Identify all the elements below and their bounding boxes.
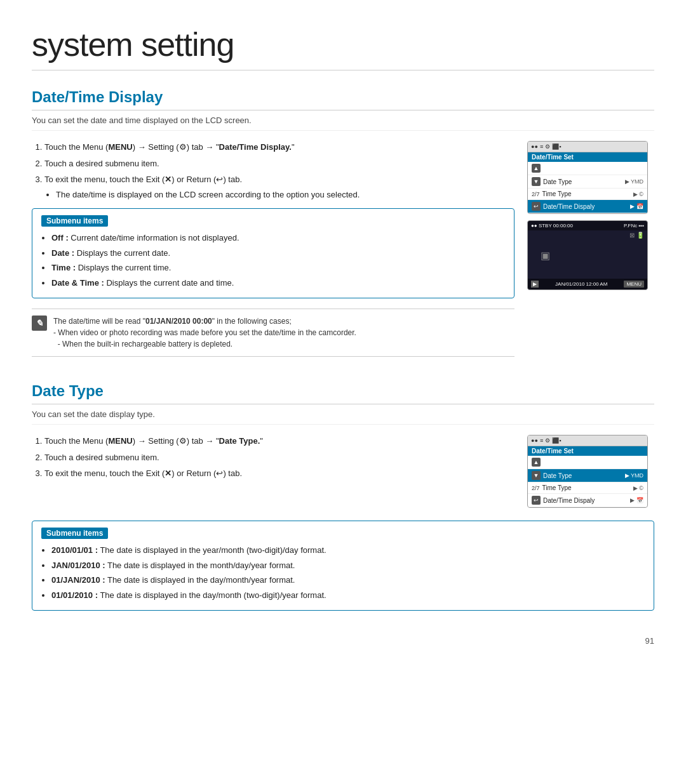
section2-instructions: Touch the Menu (MENU) → Setting (⚙) tab …: [32, 435, 514, 488]
icon-battery-2: ⬛▪: [552, 437, 561, 444]
camera-preview-1: ●● STBY 00:00:00 P.FNc ▪▪▪ ⊠ 🔋 ▣ ▶ JAN/0…: [527, 220, 648, 290]
dtdisplay-value: ▶ 📅: [630, 203, 643, 209]
submenu-box-1: Submenu items Off : Current date/time in…: [32, 208, 514, 298]
row-left-dtdisplay: ↩ Date/Time Dispaly: [532, 202, 595, 211]
step-3: To exit the menu, touch the Exit (✕) or …: [44, 173, 514, 201]
submenu-item-dmy2: 01/01/2010 : The date is displayed in th…: [51, 589, 645, 602]
section1-content: Touch the Menu (MENU) → Setting (⚙) tab …: [32, 141, 654, 357]
section2-steps: Touch the Menu (MENU) → Setting (⚙) tab …: [44, 435, 514, 480]
menu-header-icons-2: ●● ≡ ⚙ ⬛▪: [531, 437, 561, 444]
note-box-1: ✎ The date/time will be read "01/JAN/201…: [32, 309, 514, 357]
icon-gear: ⚙: [545, 143, 550, 150]
preview-status: ●● STBY 00:00:00: [531, 223, 573, 229]
s2-exit-icon: ✕: [165, 468, 172, 478]
s2-datetype-value: ▶ YMD: [625, 472, 643, 479]
submenu-list-2: 2010/01/01 : The date is displayed in th…: [51, 544, 645, 601]
step3-bullets: The date/time is displayed on the LCD sc…: [56, 189, 514, 201]
s2-nav-back-arrow: ↩: [532, 496, 541, 505]
menu-row-timetype: 2/7 Time Type ▶ ©: [528, 189, 647, 200]
screenshot-area-2: ●● ≡ ⚙ ⬛▪ Date/Time Set ▲ ▼ Date Type: [527, 435, 654, 508]
s2-step-3: To exit the menu, touch the Exit (✕) or …: [44, 467, 514, 480]
preview-play-icon: ▶: [531, 281, 539, 288]
page-indicator-1: 2/7: [532, 191, 540, 197]
note-icon: ✎: [32, 316, 47, 331]
timetype-value: ▶ ©: [633, 191, 643, 197]
s2-dtdisplay-value: ▶ 📅: [630, 497, 643, 503]
menu-header-icons: ●● ≡ ⚙ ⬛▪: [531, 143, 561, 150]
menu-title-bar-2: Date/Time Set: [528, 446, 647, 456]
exit-icon: ✕: [165, 175, 172, 184]
preview-center-icon: ▣: [541, 249, 550, 262]
step3-bullet1: The date/time is displayed on the LCD sc…: [56, 189, 514, 201]
note-text: The date/time will be read "01/JAN/2010 …: [53, 316, 514, 350]
s2-datetype-label: Date Type: [543, 472, 572, 479]
timetype-label: Time Type: [542, 190, 572, 197]
section2-content: Touch the Menu (MENU) → Setting (⚙) tab …: [32, 435, 654, 508]
page-title: system setting: [32, 25, 654, 63]
submenu-item-mdy: JAN/01/2010 : The date is displayed in t…: [51, 559, 645, 572]
submenu-title-1: Submenu items: [41, 215, 108, 227]
s2-menu-row-up: ▲: [528, 456, 647, 469]
page-number: 91: [32, 636, 654, 646]
icon-oo: ●●: [531, 143, 538, 150]
icon-oo-2: ●●: [531, 437, 538, 444]
s2-timetype-value: ▶ ©: [633, 485, 643, 491]
camera-menu-2: ●● ≡ ⚙ ⬛▪ Date/Time Set ▲ ▼ Date Type: [527, 435, 648, 508]
s2-row-left-datetype: ▼ Date Type: [532, 471, 572, 480]
submenu-title-2: Submenu items: [41, 528, 108, 539]
preview-mode: P.FNc ▪▪▪: [624, 223, 644, 229]
icon-battery: ⬛▪: [552, 143, 561, 150]
preview-menu-button[interactable]: MENU: [624, 281, 644, 288]
icon-gear-2: ⚙: [545, 437, 550, 444]
menu-row-up: ▲: [528, 162, 647, 175]
nav-back-arrow: ↩: [532, 202, 541, 211]
submenu-item-dmy: 01/JAN/2010 : The date is displayed in t…: [51, 574, 645, 587]
menu-icon-label: MENU: [108, 142, 132, 152]
section-date-type: Date Type You can set the date display t…: [32, 382, 654, 611]
submenu-item-time: Time : Displays the current time.: [51, 262, 505, 274]
row-left-datetype: ▼ Date Type: [532, 177, 572, 186]
s2-step1-target: Date Type.: [219, 436, 260, 446]
menu-title-bar-1: Date/Time Set: [528, 152, 647, 162]
icon-list-2: ≡: [540, 437, 543, 444]
s2-menu-row-datetype: ▼ Date Type ▶ YMD: [528, 469, 647, 482]
preview-bottom-bar: ▶ JAN/01/2010 12:00 AM MENU: [528, 279, 647, 289]
menu-row-dtdisplay: ↩ Date/Time Dispaly ▶ 📅: [528, 200, 647, 213]
icon-list: ≡: [540, 143, 543, 150]
s2-step-2: Touch a desired submenu item.: [44, 451, 514, 464]
dtdisplay-label: Date/Time Dispaly: [543, 203, 595, 210]
settings-icon-label: ⚙: [179, 142, 187, 152]
s2-timetype-label: Time Type: [542, 484, 572, 491]
section1-desc: You can set the date and time displayed …: [32, 116, 654, 131]
nav-down-arrow: ▼: [532, 177, 541, 186]
preview-overlay-icons: ⊠ 🔋: [629, 232, 644, 239]
section1-steps: Touch the Menu (MENU) → Setting (⚙) tab …: [44, 141, 514, 201]
section2-title: Date Type: [32, 382, 654, 404]
submenu-list-1: Off : Current date/time information is n…: [51, 232, 505, 289]
submenu-item-ymd: 2010/01/01 : The date is displayed in th…: [51, 544, 645, 557]
s2-page-indicator: 2/7: [532, 485, 540, 491]
s2-step-1: Touch the Menu (MENU) → Setting (⚙) tab …: [44, 435, 514, 448]
menu-header-1: ●● ≡ ⚙ ⬛▪: [528, 142, 647, 152]
s2-nav-up-arrow: ▲: [532, 458, 541, 467]
section1-instructions: Touch the Menu (MENU) → Setting (⚙) tab …: [32, 141, 514, 357]
section2-desc: You can set the date display type.: [32, 409, 654, 425]
s2-settings-icon: ⚙: [179, 436, 187, 446]
preview-date: JAN/01/2010 12:00 AM: [555, 281, 607, 287]
s2-dtdisplay-label: Date/Time Dispaly: [543, 497, 595, 504]
camera-menu-1: ●● ≡ ⚙ ⬛▪ Date/Time Set ▲ ▼ Date Type: [527, 141, 648, 214]
section-datetime-display: Date/Time Display You can set the date a…: [32, 88, 654, 357]
step-1: Touch the Menu (MENU) → Setting (⚙) tab …: [44, 141, 514, 154]
submenu-item-date: Date : Displays the current date.: [51, 247, 505, 260]
menu-header-2: ●● ≡ ⚙ ⬛▪: [528, 435, 647, 446]
s2-menu-icon: MENU: [108, 436, 132, 446]
step1-target: Date/Time Display.: [219, 142, 292, 152]
datetype-value: ▶ YMD: [625, 178, 643, 185]
preview-topbar-1: ●● STBY 00:00:00 P.FNc ▪▪▪: [528, 221, 647, 230]
step-2: Touch a desired submenu item.: [44, 157, 514, 170]
row-left-timetype: 2/7 Time Type: [532, 190, 572, 197]
s2-row-left-timetype: 2/7 Time Type: [532, 484, 572, 491]
screenshot-area-1: ●● ≡ ⚙ ⬛▪ Date/Time Set ▲ ▼ Date Type: [527, 141, 654, 290]
s2-return-icon: ↩: [216, 468, 223, 478]
s2-nav-down-arrow: ▼: [532, 471, 541, 480]
